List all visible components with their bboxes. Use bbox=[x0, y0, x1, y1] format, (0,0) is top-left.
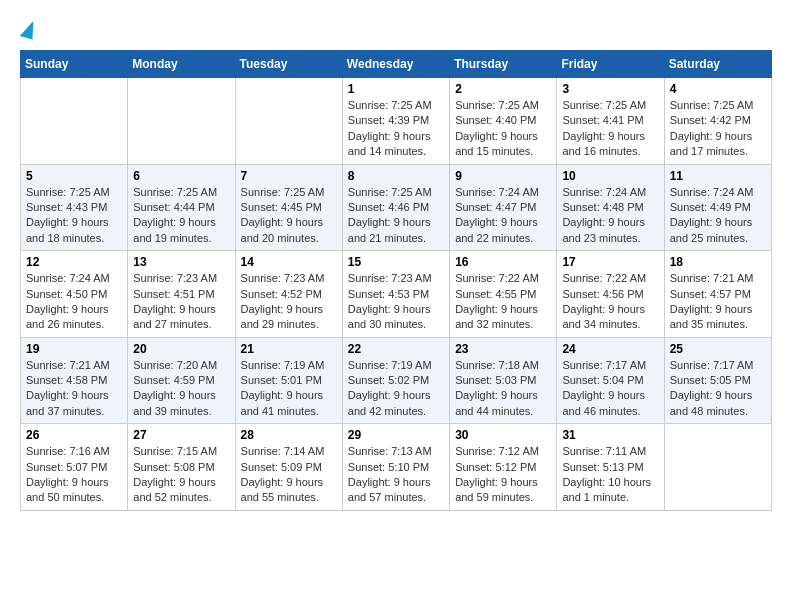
day-info: Sunrise: 7:11 AM Sunset: 5:13 PM Dayligh… bbox=[562, 444, 658, 506]
calendar-cell: 8Sunrise: 7:25 AM Sunset: 4:46 PM Daylig… bbox=[342, 164, 449, 251]
day-number: 10 bbox=[562, 169, 658, 183]
day-info: Sunrise: 7:23 AM Sunset: 4:53 PM Dayligh… bbox=[348, 271, 444, 333]
calendar-cell bbox=[664, 424, 771, 511]
day-info: Sunrise: 7:17 AM Sunset: 5:04 PM Dayligh… bbox=[562, 358, 658, 420]
calendar-cell: 12Sunrise: 7:24 AM Sunset: 4:50 PM Dayli… bbox=[21, 251, 128, 338]
day-info: Sunrise: 7:19 AM Sunset: 5:02 PM Dayligh… bbox=[348, 358, 444, 420]
calendar-cell: 29Sunrise: 7:13 AM Sunset: 5:10 PM Dayli… bbox=[342, 424, 449, 511]
calendar-cell: 17Sunrise: 7:22 AM Sunset: 4:56 PM Dayli… bbox=[557, 251, 664, 338]
weekday-header-wednesday: Wednesday bbox=[342, 51, 449, 78]
day-number: 18 bbox=[670, 255, 766, 269]
calendar-cell: 20Sunrise: 7:20 AM Sunset: 4:59 PM Dayli… bbox=[128, 337, 235, 424]
calendar-cell: 1Sunrise: 7:25 AM Sunset: 4:39 PM Daylig… bbox=[342, 78, 449, 165]
day-info: Sunrise: 7:25 AM Sunset: 4:41 PM Dayligh… bbox=[562, 98, 658, 160]
day-number: 21 bbox=[241, 342, 337, 356]
day-info: Sunrise: 7:13 AM Sunset: 5:10 PM Dayligh… bbox=[348, 444, 444, 506]
day-info: Sunrise: 7:23 AM Sunset: 4:52 PM Dayligh… bbox=[241, 271, 337, 333]
day-info: Sunrise: 7:25 AM Sunset: 4:46 PM Dayligh… bbox=[348, 185, 444, 247]
day-number: 8 bbox=[348, 169, 444, 183]
day-info: Sunrise: 7:15 AM Sunset: 5:08 PM Dayligh… bbox=[133, 444, 229, 506]
day-info: Sunrise: 7:25 AM Sunset: 4:45 PM Dayligh… bbox=[241, 185, 337, 247]
day-number: 16 bbox=[455, 255, 551, 269]
day-info: Sunrise: 7:24 AM Sunset: 4:49 PM Dayligh… bbox=[670, 185, 766, 247]
day-info: Sunrise: 7:23 AM Sunset: 4:51 PM Dayligh… bbox=[133, 271, 229, 333]
calendar-cell: 28Sunrise: 7:14 AM Sunset: 5:09 PM Dayli… bbox=[235, 424, 342, 511]
day-info: Sunrise: 7:25 AM Sunset: 4:44 PM Dayligh… bbox=[133, 185, 229, 247]
calendar-cell: 16Sunrise: 7:22 AM Sunset: 4:55 PM Dayli… bbox=[450, 251, 557, 338]
calendar-cell: 18Sunrise: 7:21 AM Sunset: 4:57 PM Dayli… bbox=[664, 251, 771, 338]
calendar-cell bbox=[235, 78, 342, 165]
day-number: 9 bbox=[455, 169, 551, 183]
calendar-cell: 10Sunrise: 7:24 AM Sunset: 4:48 PM Dayli… bbox=[557, 164, 664, 251]
calendar-cell: 13Sunrise: 7:23 AM Sunset: 4:51 PM Dayli… bbox=[128, 251, 235, 338]
day-number: 29 bbox=[348, 428, 444, 442]
calendar-cell: 26Sunrise: 7:16 AM Sunset: 5:07 PM Dayli… bbox=[21, 424, 128, 511]
weekday-header-monday: Monday bbox=[128, 51, 235, 78]
calendar-cell: 25Sunrise: 7:17 AM Sunset: 5:05 PM Dayli… bbox=[664, 337, 771, 424]
logo bbox=[20, 20, 42, 40]
day-number: 22 bbox=[348, 342, 444, 356]
weekday-header-friday: Friday bbox=[557, 51, 664, 78]
calendar-cell: 11Sunrise: 7:24 AM Sunset: 4:49 PM Dayli… bbox=[664, 164, 771, 251]
day-number: 5 bbox=[26, 169, 122, 183]
day-info: Sunrise: 7:25 AM Sunset: 4:43 PM Dayligh… bbox=[26, 185, 122, 247]
day-number: 3 bbox=[562, 82, 658, 96]
day-number: 19 bbox=[26, 342, 122, 356]
calendar-cell: 19Sunrise: 7:21 AM Sunset: 4:58 PM Dayli… bbox=[21, 337, 128, 424]
calendar-cell: 7Sunrise: 7:25 AM Sunset: 4:45 PM Daylig… bbox=[235, 164, 342, 251]
day-info: Sunrise: 7:21 AM Sunset: 4:57 PM Dayligh… bbox=[670, 271, 766, 333]
calendar-cell: 30Sunrise: 7:12 AM Sunset: 5:12 PM Dayli… bbox=[450, 424, 557, 511]
day-info: Sunrise: 7:24 AM Sunset: 4:47 PM Dayligh… bbox=[455, 185, 551, 247]
day-info: Sunrise: 7:17 AM Sunset: 5:05 PM Dayligh… bbox=[670, 358, 766, 420]
day-number: 20 bbox=[133, 342, 229, 356]
day-info: Sunrise: 7:14 AM Sunset: 5:09 PM Dayligh… bbox=[241, 444, 337, 506]
day-number: 15 bbox=[348, 255, 444, 269]
day-number: 25 bbox=[670, 342, 766, 356]
weekday-header-sunday: Sunday bbox=[21, 51, 128, 78]
calendar-cell bbox=[128, 78, 235, 165]
day-info: Sunrise: 7:16 AM Sunset: 5:07 PM Dayligh… bbox=[26, 444, 122, 506]
weekday-header-saturday: Saturday bbox=[664, 51, 771, 78]
day-info: Sunrise: 7:22 AM Sunset: 4:56 PM Dayligh… bbox=[562, 271, 658, 333]
weekday-header-thursday: Thursday bbox=[450, 51, 557, 78]
day-number: 6 bbox=[133, 169, 229, 183]
day-number: 14 bbox=[241, 255, 337, 269]
weekday-header-tuesday: Tuesday bbox=[235, 51, 342, 78]
day-info: Sunrise: 7:12 AM Sunset: 5:12 PM Dayligh… bbox=[455, 444, 551, 506]
day-number: 17 bbox=[562, 255, 658, 269]
calendar-cell: 5Sunrise: 7:25 AM Sunset: 4:43 PM Daylig… bbox=[21, 164, 128, 251]
day-number: 7 bbox=[241, 169, 337, 183]
calendar-cell: 9Sunrise: 7:24 AM Sunset: 4:47 PM Daylig… bbox=[450, 164, 557, 251]
day-number: 27 bbox=[133, 428, 229, 442]
day-number: 1 bbox=[348, 82, 444, 96]
day-number: 28 bbox=[241, 428, 337, 442]
day-number: 23 bbox=[455, 342, 551, 356]
day-info: Sunrise: 7:22 AM Sunset: 4:55 PM Dayligh… bbox=[455, 271, 551, 333]
day-info: Sunrise: 7:20 AM Sunset: 4:59 PM Dayligh… bbox=[133, 358, 229, 420]
day-number: 31 bbox=[562, 428, 658, 442]
calendar-cell bbox=[21, 78, 128, 165]
day-number: 4 bbox=[670, 82, 766, 96]
calendar-cell: 15Sunrise: 7:23 AM Sunset: 4:53 PM Dayli… bbox=[342, 251, 449, 338]
day-info: Sunrise: 7:19 AM Sunset: 5:01 PM Dayligh… bbox=[241, 358, 337, 420]
calendar-cell: 3Sunrise: 7:25 AM Sunset: 4:41 PM Daylig… bbox=[557, 78, 664, 165]
day-info: Sunrise: 7:21 AM Sunset: 4:58 PM Dayligh… bbox=[26, 358, 122, 420]
day-info: Sunrise: 7:25 AM Sunset: 4:42 PM Dayligh… bbox=[670, 98, 766, 160]
calendar-cell: 23Sunrise: 7:18 AM Sunset: 5:03 PM Dayli… bbox=[450, 337, 557, 424]
day-number: 26 bbox=[26, 428, 122, 442]
day-number: 2 bbox=[455, 82, 551, 96]
page-header bbox=[20, 20, 772, 40]
calendar-cell: 27Sunrise: 7:15 AM Sunset: 5:08 PM Dayli… bbox=[128, 424, 235, 511]
day-info: Sunrise: 7:24 AM Sunset: 4:48 PM Dayligh… bbox=[562, 185, 658, 247]
day-number: 11 bbox=[670, 169, 766, 183]
day-info: Sunrise: 7:25 AM Sunset: 4:39 PM Dayligh… bbox=[348, 98, 444, 160]
calendar-cell: 6Sunrise: 7:25 AM Sunset: 4:44 PM Daylig… bbox=[128, 164, 235, 251]
calendar-table: SundayMondayTuesdayWednesdayThursdayFrid… bbox=[20, 50, 772, 511]
day-number: 12 bbox=[26, 255, 122, 269]
calendar-cell: 24Sunrise: 7:17 AM Sunset: 5:04 PM Dayli… bbox=[557, 337, 664, 424]
calendar-cell: 22Sunrise: 7:19 AM Sunset: 5:02 PM Dayli… bbox=[342, 337, 449, 424]
day-number: 24 bbox=[562, 342, 658, 356]
day-number: 13 bbox=[133, 255, 229, 269]
calendar-cell: 2Sunrise: 7:25 AM Sunset: 4:40 PM Daylig… bbox=[450, 78, 557, 165]
day-number: 30 bbox=[455, 428, 551, 442]
